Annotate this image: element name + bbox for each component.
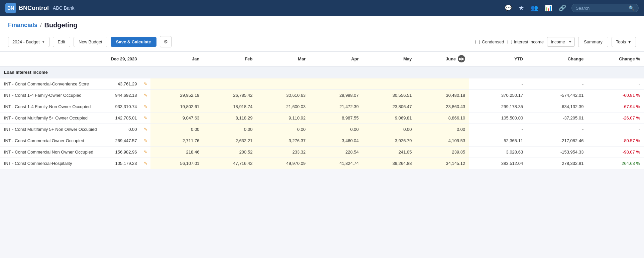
col-header-apr: Apr [310,52,363,66]
cell-change-pct: - [587,124,644,135]
edit-icon-cell[interactable]: ✎ [141,101,150,112]
edit-icon-cell[interactable]: ✎ [141,135,150,147]
cell-ytd: 299,178.35 [469,101,527,112]
cell-june: 239.85 [416,147,469,158]
cell-label: INT - Const Commercial-Hospitality [0,158,101,169]
pencil-icon[interactable]: ✎ [144,138,147,143]
cell-ytd: - [469,78,527,90]
table-row: INT - Const Commercial-Hospitality 105,1… [0,158,644,169]
chart-icon[interactable]: 📊 [545,4,552,12]
cell-feb: 26,785.42 [203,90,256,101]
chat-icon[interactable]: 💬 [505,4,512,12]
new-budget-button[interactable]: New Budget [74,37,107,47]
cell-may: 9,069.81 [363,112,416,124]
budget-selector[interactable]: 2024 - Budget ▼ [8,37,49,47]
pencil-icon[interactable]: ✎ [144,127,147,132]
cell-may: 0.00 [363,124,416,135]
table-header-row: Dec 29, 2023 Jan Feb Mar Apr May June ▶▶… [0,52,644,66]
cell-label: INT - Const 1-4 Family-Owner Occupied [0,90,101,101]
link-icon[interactable]: 🔗 [559,4,566,12]
pencil-icon[interactable]: ✎ [144,104,147,109]
chevron-down-icon: ▼ [627,39,632,44]
bank-name: ABC Bank [53,5,75,11]
col-header-change: Change [527,52,587,66]
cell-jan: 2,711.76 [150,135,204,147]
header-icons: 💬 ★ 👥 📊 🔗 [505,4,566,12]
edit-icon-cell[interactable]: ✎ [141,90,150,101]
cell-jan: 9,047.63 [150,112,204,124]
cell-june: 23,860.43 [416,101,469,112]
table-row: INT - Const Multifamily 5+ Owner Occupie… [0,112,644,124]
cell-feb: 8,118.29 [203,112,256,124]
interest-income-checkbox-label[interactable]: Interest Income [508,39,544,44]
pencil-icon[interactable]: ✎ [144,115,147,120]
users-icon[interactable]: 👥 [531,4,538,12]
cell-label: INT - Const Multifamily 5+ Owner Occupie… [0,112,101,124]
cell-change-pct: -80.57 % [587,135,644,147]
cell-june: 30,480.18 [416,90,469,101]
cell-jan: 218.46 [150,147,204,158]
breadcrumb-separator: / [40,22,41,28]
cell-change: -37,205.01 [527,112,587,124]
col-header-jan: Jan [150,52,204,66]
edit-icon-cell[interactable]: ✎ [141,112,150,124]
cell-may: 3,926.79 [363,135,416,147]
cell-dec: 142,705.01 [101,112,141,124]
cell-change: 278,332.81 [527,158,587,169]
pencil-icon[interactable]: ✎ [144,161,147,166]
col-header-june: June ▶▶ [416,52,469,66]
cell-change: -574,442.01 [527,90,587,101]
table-row: INT - Const Multifamily 5+ Non Onwer Occ… [0,124,644,135]
star-icon[interactable]: ★ [519,4,524,12]
breadcrumb-financials[interactable]: Financials [8,22,37,29]
edit-icon-cell[interactable]: ✎ [141,124,150,135]
cell-mar: 233.32 [256,147,310,158]
cell-ytd: 105,500.00 [469,112,527,124]
table-row: INT - Const 1-4 Family-Non Owner Occupie… [0,101,644,112]
cell-ytd: 52,365.11 [469,135,527,147]
cell-change-pct: -60.81 % [587,90,644,101]
col-header-label [0,52,101,66]
summary-button[interactable]: Summary [578,37,608,47]
interest-income-checkbox[interactable] [508,40,512,44]
edit-icon-cell[interactable]: ✎ [141,78,150,90]
cell-ytd: - [469,124,527,135]
cell-label: INT - Const Multifamily 5+ Non Onwer Occ… [0,124,101,135]
cell-apr: 228.54 [310,147,363,158]
cell-may [363,78,416,90]
edit-button[interactable]: Edit [53,37,70,47]
pencil-icon[interactable]: ✎ [144,81,147,86]
cell-apr: 8,987.55 [310,112,363,124]
search-input[interactable] [576,6,626,11]
table-row: INT - Const 1-4 Family-Owner Occupied 94… [0,90,644,101]
cell-apr: 0.00 [310,124,363,135]
section-header-row: Loan Interest Income [0,66,644,78]
condensed-checkbox[interactable] [475,40,480,44]
cell-may: 39,264.88 [363,158,416,169]
cell-change-pct: 264.63 % [587,158,644,169]
cell-may: 241.05 [363,147,416,158]
cell-feb: 0.00 [203,124,256,135]
cell-june: 0.00 [416,124,469,135]
june-arrow-icon[interactable]: ▶▶ [458,55,465,62]
cell-dec: 944,692.18 [101,90,141,101]
condensed-checkbox-label[interactable]: Condensed [475,39,504,44]
gear-button[interactable]: ⚙ [160,36,172,47]
edit-icon-cell[interactable]: ✎ [141,147,150,158]
breadcrumb: Financials / Budgeting [0,16,644,32]
cell-feb: 47,716.42 [203,158,256,169]
cell-ytd: 383,512.04 [469,158,527,169]
cell-dec: 933,310.74 [101,101,141,112]
pencil-icon[interactable]: ✎ [144,150,147,155]
cell-label: INT - Const Commercial Owner Occupied [0,135,101,147]
save-calculate-button[interactable]: Save & Calculate [111,37,156,47]
col-header-edit [141,52,150,66]
edit-icon-cell[interactable]: ✎ [141,158,150,169]
income-dropdown[interactable]: Income [547,37,575,47]
cell-jan: 56,107.01 [150,158,204,169]
cell-change-pct: -67.94 % [587,101,644,112]
pencil-icon[interactable]: ✎ [144,93,147,98]
cell-jan: 0.00 [150,124,204,135]
cell-change: -634,132.39 [527,101,587,112]
tools-button[interactable]: Tools ▼ [612,37,636,47]
